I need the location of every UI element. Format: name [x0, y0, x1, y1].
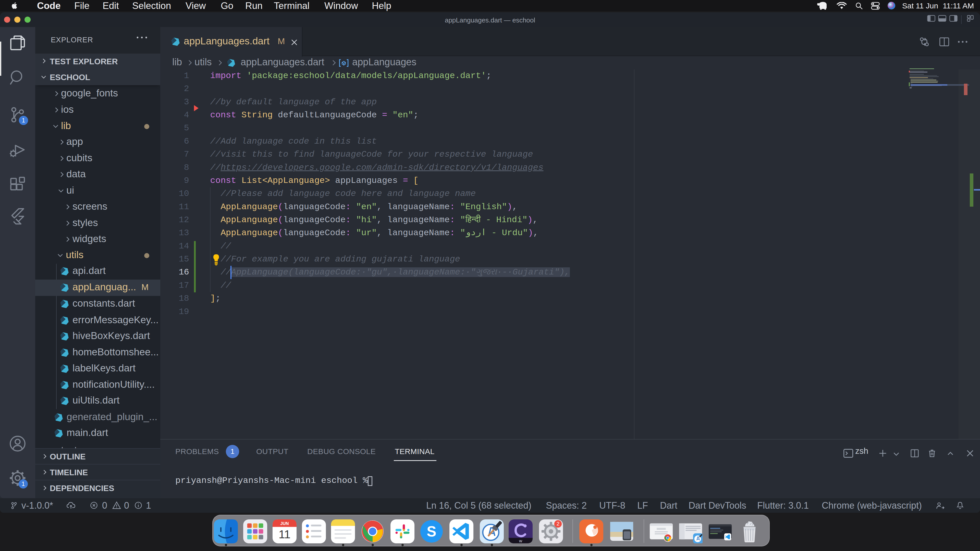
svg-text:JUN: JUN [280, 521, 289, 526]
svg-text:S: S [427, 524, 436, 540]
svg-text:w: w [519, 538, 522, 543]
svg-text:2: 2 [557, 521, 559, 527]
svg-text:11: 11 [279, 528, 291, 541]
